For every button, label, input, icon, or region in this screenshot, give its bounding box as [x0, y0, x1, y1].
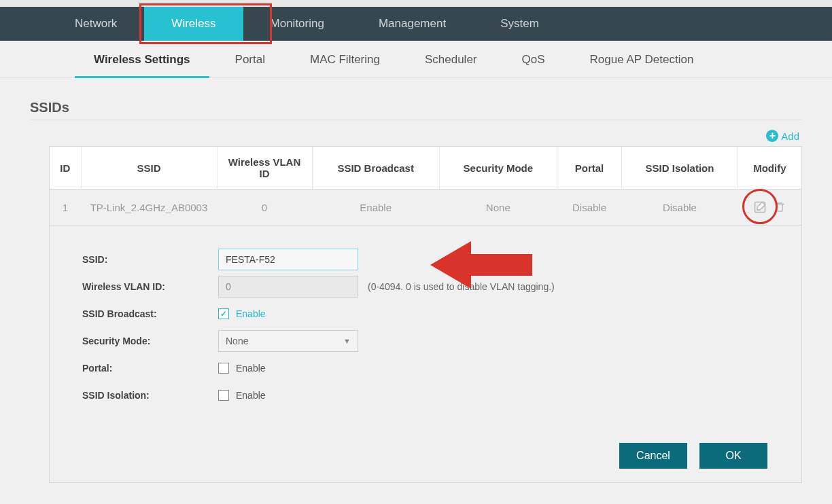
delete-button[interactable]: [774, 200, 786, 212]
tab-wireless[interactable]: Wireless: [144, 7, 243, 41]
subtab-qos[interactable]: QoS: [503, 41, 564, 78]
tab-management[interactable]: Management: [351, 7, 473, 41]
th-isolation: SSID Isolation: [622, 147, 738, 190]
cell-ssid: TP-Link_2.4GHz_AB0003: [81, 190, 217, 226]
chevron-down-icon: ▼: [343, 337, 351, 345]
content-area: SSIDs + Add ID SSID Wireless VLAN ID SSI…: [0, 78, 832, 504]
add-label: Add: [781, 130, 799, 142]
ssid-grid: ID SSID Wireless VLAN ID SSID Broadcast …: [49, 146, 802, 483]
label-security: Security Mode:: [82, 336, 218, 346]
th-vlan: Wireless VLAN ID: [217, 147, 312, 190]
th-security: Security Mode: [439, 147, 557, 190]
edit-form-panel: SSID: Wireless VLAN ID: (0-4094. 0 is us…: [50, 225, 801, 482]
security-mode-value: None: [226, 336, 248, 346]
portal-checkbox-label: Enable: [236, 363, 266, 374]
portal-checkbox[interactable]: [218, 363, 229, 374]
button-row: Cancel OK: [82, 443, 774, 469]
th-modify: Modify: [738, 147, 801, 190]
tab-system[interactable]: System: [473, 7, 566, 41]
isolation-checkbox-label: Enable: [236, 390, 266, 401]
tab-network[interactable]: Network: [48, 7, 144, 41]
label-ssid: SSID:: [82, 254, 218, 265]
edit-icon: [753, 200, 767, 214]
th-ssid: SSID: [81, 147, 217, 190]
cell-security: None: [439, 190, 557, 226]
security-mode-select[interactable]: None ▼: [218, 330, 358, 352]
plus-icon: +: [766, 130, 778, 142]
table-header-row: ID SSID Wireless VLAN ID SSID Broadcast …: [50, 147, 801, 190]
add-button[interactable]: + Add: [766, 130, 799, 142]
table-row: 1 TP-Link_2.4GHz_AB0003 0 Enable None Di…: [50, 190, 801, 226]
label-portal: Portal:: [82, 363, 218, 374]
isolation-checkbox[interactable]: [218, 390, 229, 401]
ssid-input[interactable]: [218, 249, 358, 270]
add-row: + Add: [30, 130, 802, 142]
cell-id: 1: [50, 190, 81, 226]
cell-portal: Disable: [557, 190, 622, 226]
label-vlan: Wireless VLAN ID:: [82, 281, 218, 292]
th-portal: Portal: [557, 147, 622, 190]
edit-button[interactable]: [753, 200, 767, 214]
broadcast-checkbox-label: Enable: [236, 308, 266, 319]
label-isolation: SSID Isolation:: [82, 390, 218, 401]
label-broadcast: SSID Broadcast:: [82, 308, 218, 319]
th-id: ID: [50, 147, 81, 190]
broadcast-checkbox[interactable]: [218, 308, 229, 319]
subtab-scheduler[interactable]: Scheduler: [406, 41, 496, 78]
vlan-input[interactable]: [218, 276, 358, 298]
cell-modify: [738, 190, 801, 226]
main-nav: Network Wireless Monitoring Management S…: [0, 7, 832, 41]
trash-icon: [774, 201, 786, 213]
cancel-button[interactable]: Cancel: [619, 443, 687, 469]
cell-broadcast: Enable: [312, 190, 439, 226]
vlan-hint: (0-4094. 0 is used to disable VLAN taggi…: [368, 281, 555, 292]
subtab-mac-filtering[interactable]: MAC Filtering: [291, 41, 399, 78]
divider: [30, 120, 802, 120]
subtab-rogue-ap[interactable]: Rogue AP Detection: [571, 41, 713, 78]
sub-nav: Wireless Settings Portal MAC Filtering S…: [0, 41, 832, 78]
top-spacer: [0, 0, 832, 7]
th-broadcast: SSID Broadcast: [312, 147, 439, 190]
cell-vlan: 0: [217, 190, 312, 226]
subtab-wireless-settings[interactable]: Wireless Settings: [75, 41, 209, 78]
ok-button[interactable]: OK: [699, 443, 767, 469]
tab-monitoring[interactable]: Monitoring: [243, 7, 351, 41]
cell-isolation: Disable: [622, 190, 738, 226]
section-title: SSIDs: [30, 100, 802, 115]
subtab-portal[interactable]: Portal: [216, 41, 284, 78]
